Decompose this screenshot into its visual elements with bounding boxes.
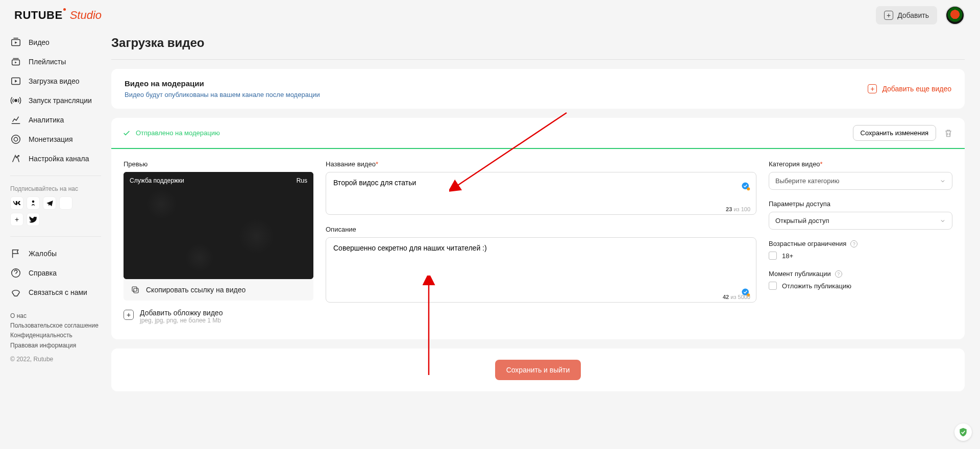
- status-right: Сохранить изменения: [853, 125, 954, 141]
- video-thumbnail[interactable]: Служба поддержки Rus Видео на модерации: [124, 172, 313, 279]
- social-row-2: +: [10, 213, 111, 226]
- upload-icon: [10, 76, 21, 87]
- sidebar-item-label: Плейлисты: [29, 58, 66, 66]
- access-label: Параметры доступа: [769, 200, 952, 208]
- avatar[interactable]: [945, 6, 965, 25]
- access-select[interactable]: Открытый доступ: [769, 212, 952, 230]
- header-right: + Добавить: [876, 6, 965, 25]
- footer-links: О нас Пользовательское соглашение Конфид…: [10, 311, 111, 351]
- help-icon[interactable]: ?: [850, 240, 857, 247]
- ok-icon[interactable]: [27, 196, 40, 210]
- shield-badge-icon[interactable]: [954, 423, 972, 441]
- save-changes-button[interactable]: Сохранить изменения: [853, 125, 937, 141]
- moderation-card: Видео на модерации Видео будут опубликов…: [111, 69, 965, 109]
- description-label: Описание: [326, 226, 756, 233]
- sidebar-item-label: Жалобы: [29, 250, 57, 258]
- help-icon: [10, 267, 21, 279]
- add-more-label: Добавить еще видео: [882, 85, 951, 93]
- svg-point-3: [15, 99, 17, 102]
- svg-point-7: [32, 201, 35, 203]
- svg-point-5: [14, 137, 17, 141]
- publish-checkbox-label: Отложить публикацию: [782, 282, 851, 290]
- sidebar-item-label: Загрузка видео: [29, 77, 80, 85]
- logo[interactable]: RUTUBE Studio: [14, 9, 102, 22]
- description-input[interactable]: [326, 237, 756, 303]
- add-button-label: Добавить: [897, 11, 929, 19]
- moderation-subtitle: Видео будут опубликованы на вашем канале…: [125, 91, 320, 98]
- contact-icon: [10, 287, 21, 298]
- age-group: Возрастные ограничения ? 18+: [769, 240, 952, 260]
- sidebar-item-playlists[interactable]: Плейлисты: [10, 52, 111, 71]
- social-row: [10, 196, 111, 210]
- sidebar-item-upload[interactable]: Загрузка видео: [10, 71, 111, 91]
- add-more-video-button[interactable]: + Добавить еще видео: [868, 84, 951, 93]
- sidebar-item-label: Аналитика: [29, 116, 64, 124]
- divider: [10, 176, 101, 176]
- plus-social-icon[interactable]: +: [10, 213, 23, 226]
- editor-card: Отправлено на модерацию Сохранить измене…: [111, 118, 965, 339]
- publish-checkbox[interactable]: Отложить публикацию: [769, 282, 952, 290]
- copy-link-button[interactable]: Скопировать ссылку на видео: [124, 279, 313, 301]
- add-button[interactable]: + Добавить: [876, 6, 937, 24]
- plus-icon: +: [884, 11, 893, 20]
- chevron-down-icon: [940, 218, 946, 224]
- sidebar-item-contact[interactable]: Связаться с нами: [10, 283, 111, 302]
- video-title-input[interactable]: [326, 172, 756, 215]
- checkbox-icon: [769, 252, 777, 260]
- logo-rutube: RUTUBE: [14, 9, 63, 22]
- footer-privacy[interactable]: Конфиденциальность: [10, 331, 111, 340]
- telegram-icon[interactable]: [43, 196, 56, 210]
- footer-terms[interactable]: Пользовательское соглашение: [10, 321, 111, 331]
- copy-link-label: Скопировать ссылку на видео: [146, 286, 246, 294]
- status-left: Отправлено на модерацию: [122, 129, 220, 137]
- sidebar-item-monetization[interactable]: Монетизация: [10, 130, 111, 149]
- logo-studio: Studio: [70, 9, 102, 22]
- main: Загрузка видео Видео на модерации Видео …: [111, 31, 980, 449]
- publish-label: Момент публикации: [769, 270, 831, 278]
- stream-icon: [10, 95, 21, 106]
- footer-about[interactable]: О нас: [10, 311, 111, 321]
- chevron-down-icon: [940, 178, 946, 184]
- category-select[interactable]: Выберите категорию: [769, 172, 952, 190]
- sidebar-item-complaints[interactable]: Жалобы: [10, 244, 111, 263]
- thumb-lang-badge: Rus: [297, 177, 307, 184]
- video-icon: [10, 37, 21, 48]
- twitter-icon[interactable]: [27, 213, 40, 226]
- sidebar-item-video[interactable]: Видео: [10, 33, 111, 52]
- sidebar-item-analytics[interactable]: Аналитика: [10, 110, 111, 130]
- footer-legal[interactable]: Правовая информация: [10, 341, 111, 351]
- help-icon[interactable]: ?: [835, 270, 842, 278]
- checkbox-icon: [769, 282, 777, 290]
- add-cover-button[interactable]: + Добавить обложку видео jpeg, jpg, png,…: [124, 309, 313, 324]
- monetization-icon: [10, 134, 21, 145]
- sidebar-item-label: Справка: [29, 269, 57, 277]
- age-checkbox[interactable]: 18+: [769, 252, 952, 260]
- svg-point-6: [18, 156, 19, 157]
- social-placeholder-icon[interactable]: [59, 196, 72, 210]
- copyright: © 2022, Rutube: [10, 356, 111, 363]
- analytics-icon: [10, 114, 21, 126]
- sidebar-item-label: Запуск трансляции: [29, 96, 92, 105]
- add-cover-label: Добавить обложку видео: [140, 309, 223, 317]
- svg-point-12: [747, 187, 750, 190]
- svg-point-4: [12, 135, 20, 144]
- description-field-wrap: Описание 42 из 5000: [326, 226, 756, 304]
- editor-body: Превью Служба поддержки Rus Видео на мод…: [111, 149, 965, 339]
- subscribe-label: Подписывайтесь на нас: [10, 183, 111, 196]
- trash-icon[interactable]: [943, 128, 953, 138]
- save-exit-button[interactable]: Сохранить и выйти: [495, 360, 581, 380]
- logo-dot-icon: [63, 8, 66, 11]
- sidebar-item-label: Монетизация: [29, 135, 73, 143]
- sidebar-item-stream[interactable]: Запуск трансляции: [10, 91, 111, 110]
- sidebar-item-help[interactable]: Справка: [10, 263, 111, 283]
- age-checkbox-label: 18+: [782, 252, 793, 260]
- svg-rect-9: [134, 288, 138, 293]
- sidebar-item-settings[interactable]: Настройка канала: [10, 149, 111, 168]
- access-value: Открытый доступ: [775, 217, 829, 224]
- vk-icon[interactable]: [10, 196, 23, 210]
- header: RUTUBE Studio + Добавить: [0, 0, 980, 31]
- plus-icon: +: [868, 84, 877, 93]
- sidebar-item-label: Настройка канала: [29, 155, 89, 163]
- age-label: Возрастные ограничения: [769, 240, 846, 247]
- plus-icon: +: [124, 310, 134, 320]
